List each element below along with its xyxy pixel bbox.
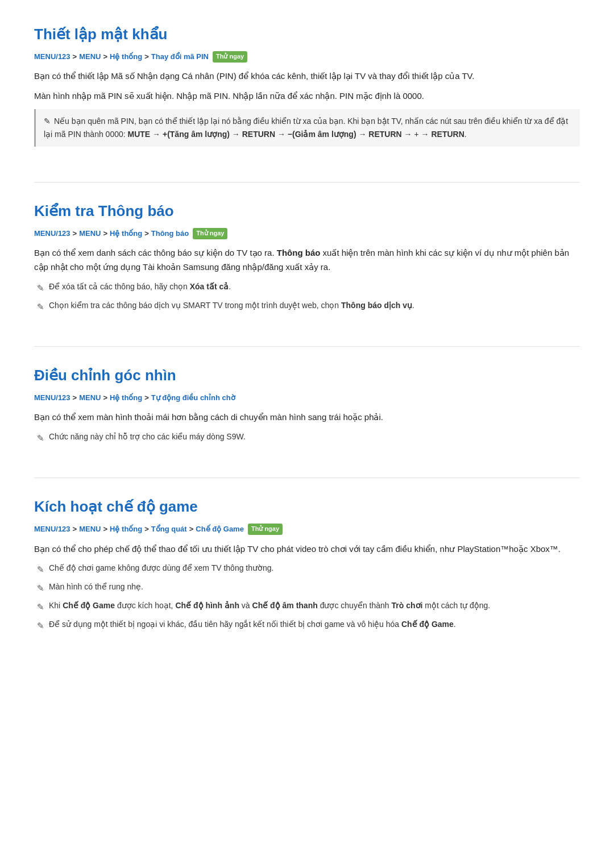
note-item-2-0: ✎ Chức năng này chỉ hỗ trợ cho các kiểu … <box>34 430 580 445</box>
try-badge: Thử ngay <box>213 51 247 63</box>
pencil-icon: ✎ <box>37 281 44 295</box>
section-kiem-tra: Kiểm tra Thông báoMENU/123 > MENU > Hệ t… <box>34 200 580 323</box>
note-text-2-0: Chức năng này chỉ hỗ trợ cho các kiểu má… <box>49 430 246 443</box>
breadcrumb-separator: > <box>73 228 77 240</box>
section-divider-0 <box>34 182 580 182</box>
breadcrumb-item: Chế độ Game <box>196 524 244 535</box>
section-thiet-lap: Thiết lập mật khẩuMENU/123 > MENU > Hệ t… <box>34 23 580 159</box>
breadcrumb-item: MENU <box>79 524 101 535</box>
pencil-icon: ✎ <box>37 619 44 633</box>
breadcrumb-item: MENU <box>79 228 101 240</box>
breadcrumb-separator: > <box>103 392 107 404</box>
note-text-3-3: Để sử dụng một thiết bị ngoại vi khác, đ… <box>49 618 456 630</box>
pencil-icon: ✎ <box>44 117 51 126</box>
try-badge: Thử ngay <box>248 524 283 535</box>
section-title-1: Kiểm tra Thông báo <box>34 200 580 223</box>
section-title-2: Điều chỉnh góc nhìn <box>34 364 580 388</box>
breadcrumb-separator: > <box>73 392 77 404</box>
pencil-icon: ✎ <box>37 563 44 576</box>
note-text-1-1: Chọn kiểm tra các thông báo dịch vụ SMAR… <box>49 299 414 312</box>
breadcrumb-separator: > <box>144 51 149 63</box>
section-dieu-chinh: Điều chỉnh góc nhìnMENU/123 > MENU > Hệ … <box>34 364 580 455</box>
body-paragraph-0-1: Màn hình nhập mã PIN sẽ xuất hiện. Nhập … <box>34 89 580 103</box>
breadcrumb-item: Hệ thống <box>110 228 142 240</box>
breadcrumb-item: Hệ thống <box>110 51 142 63</box>
breadcrumb-1: MENU/123 > MENU > Hệ thống > Thông báoTh… <box>34 228 580 240</box>
note-item-3-1: ✎ Màn hình có thể rung nhẹ. <box>34 580 580 595</box>
section-title-3: Kích hoạt chế độ game <box>34 495 580 519</box>
body-paragraph-1-0: Bạn có thể xem danh sách các thông báo s… <box>34 246 580 275</box>
note-text-3-2: Khi Chế độ Game được kích hoạt, Chế độ h… <box>49 599 490 612</box>
note-item-3-2: ✎ Khi Chế độ Game được kích hoạt, Chế độ… <box>34 599 580 614</box>
section-divider-1 <box>34 346 580 347</box>
breadcrumb-0: MENU/123 > MENU > Hệ thống > Thay đổi mã… <box>34 51 580 63</box>
body-paragraph-0-0: Bạn có thể thiết lập Mã số Nhận dạng Cá … <box>34 69 580 84</box>
body-paragraph-2-0: Bạn có thể xem màn hình thoải mái hơn bằ… <box>34 410 580 425</box>
breadcrumb-separator: > <box>144 524 149 535</box>
note-text-1-0: Để xóa tất cả các thông báo, hãy chọn Xó… <box>49 280 231 293</box>
breadcrumb-item: MENU <box>79 51 101 63</box>
section-kich-hoat: Kích hoạt chế độ gameMENU/123 > MENU > H… <box>34 495 580 642</box>
warning-box-0: ✎Nếu bạn quên mã PIN, bạn có thể thiết l… <box>34 109 580 147</box>
breadcrumb-2: MENU/123 > MENU > Hệ thống > Tự động điề… <box>34 392 580 404</box>
pencil-icon: ✎ <box>37 431 44 445</box>
section-title-0: Thiết lập mật khẩu <box>34 23 580 47</box>
breadcrumb-item: Hệ thống <box>110 524 142 535</box>
breadcrumb-separator: > <box>103 524 107 535</box>
note-item-3-3: ✎ Để sử dụng một thiết bị ngoại vi khác,… <box>34 618 580 633</box>
breadcrumb-separator: > <box>103 51 107 63</box>
breadcrumb-separator: > <box>144 228 149 240</box>
section-divider-2 <box>34 477 580 478</box>
breadcrumb-item: Hệ thống <box>110 392 142 404</box>
breadcrumb-item: Tổng quát <box>151 524 187 535</box>
breadcrumb-item: MENU <box>79 392 101 404</box>
note-item-1-0: ✎ Để xóa tất cả các thông báo, hãy chọn … <box>34 280 580 295</box>
breadcrumb-3: MENU/123 > MENU > Hệ thống > Tổng quát >… <box>34 524 580 535</box>
try-badge: Thử ngay <box>193 228 227 239</box>
breadcrumb-item: Thông báo <box>151 228 189 240</box>
note-item-3-0: ✎ Chế độ chơi game không được dùng để xe… <box>34 562 580 576</box>
pencil-icon: ✎ <box>37 600 44 614</box>
pencil-icon: ✎ <box>37 300 44 314</box>
body-paragraph-3-0: Bạn có thể cho phép chế độ thể thao để t… <box>34 542 580 556</box>
note-item-1-1: ✎ Chọn kiểm tra các thông báo dịch vụ SM… <box>34 299 580 314</box>
note-text-3-0: Chế độ chơi game không được dùng để xem … <box>49 562 274 574</box>
breadcrumb-item: Tự động điều chỉnh chờ <box>151 392 235 404</box>
breadcrumb-item: Thay đổi mã PIN <box>151 51 209 63</box>
breadcrumb-item: MENU/123 <box>34 524 70 535</box>
breadcrumb-separator: > <box>144 392 149 404</box>
breadcrumb-item: MENU/123 <box>34 51 70 63</box>
breadcrumb-separator: > <box>103 228 107 240</box>
note-text-3-1: Màn hình có thể rung nhẹ. <box>49 580 143 593</box>
breadcrumb-item: MENU/123 <box>34 228 70 240</box>
breadcrumb-separator: > <box>189 524 194 535</box>
breadcrumb-item: MENU/123 <box>34 392 70 404</box>
breadcrumb-separator: > <box>73 51 77 63</box>
pencil-icon: ✎ <box>37 582 44 595</box>
breadcrumb-separator: > <box>73 524 77 535</box>
